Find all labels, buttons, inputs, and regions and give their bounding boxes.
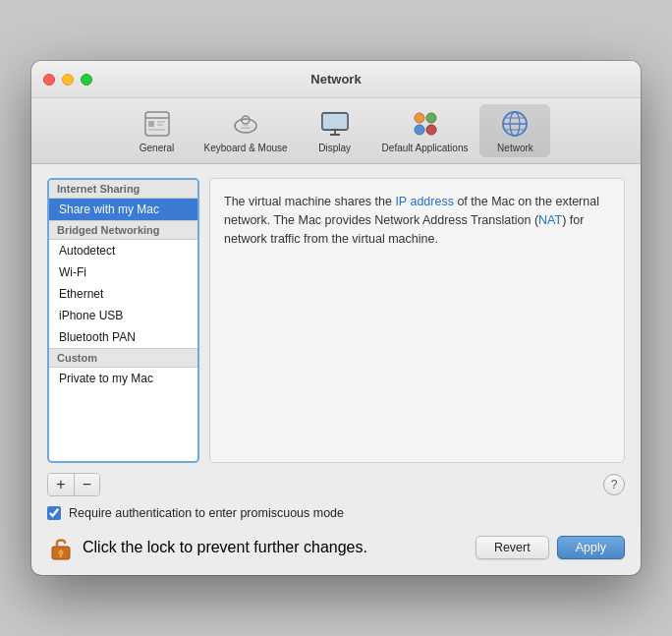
sidebar-item-wi-fi[interactable]: Wi-Fi <box>49 261 197 283</box>
section-header-internet-sharing: Internet Sharing <box>49 180 197 199</box>
promiscuous-mode-label: Require authentication to enter promiscu… <box>69 506 344 520</box>
general-icon <box>141 108 173 140</box>
toolbar-label-keyboard: Keyboard & Mouse <box>204 143 288 153</box>
svg-point-7 <box>242 116 250 124</box>
main-area: Internet Sharing Share with my Mac Bridg… <box>47 178 625 463</box>
sidebar-item-autodetect[interactable]: Autodetect <box>49 240 197 261</box>
help-button[interactable]: ? <box>603 474 625 495</box>
section-header-bridged-networking: Bridged Networking <box>49 220 197 240</box>
svg-point-6 <box>235 119 256 133</box>
keyboard-icon <box>230 108 261 140</box>
titlebar: Network <box>31 61 641 98</box>
remove-button[interactable]: − <box>74 474 99 495</box>
network-sidebar: Internet Sharing Share with my Mac Bridg… <box>47 178 199 463</box>
toolbar-item-keyboard-mouse[interactable]: Keyboard & Mouse <box>196 104 296 157</box>
display-icon <box>319 108 351 140</box>
toolbar-item-general[interactable]: General <box>122 104 193 157</box>
bottom-controls: + − ? <box>47 473 625 496</box>
window-title: Network <box>310 72 361 87</box>
toolbar-label-network: Network <box>497 143 533 153</box>
revert-button[interactable]: Revert <box>476 536 549 559</box>
applications-icon <box>410 108 441 140</box>
toolbar: General Keyboard & Mouse <box>31 98 641 164</box>
nat-highlight: NAT <box>538 213 562 227</box>
main-window: Network General <box>31 61 641 575</box>
toolbar-label-general: General <box>140 143 175 153</box>
add-button[interactable]: + <box>48 474 74 495</box>
apply-button[interactable]: Apply <box>557 536 625 559</box>
svg-rect-2 <box>148 121 154 127</box>
detail-panel: The virtual machine shares the IP addres… <box>209 178 625 463</box>
detail-text: The virtual machine shares the IP addres… <box>224 195 599 246</box>
svg-point-18 <box>426 125 436 135</box>
close-button[interactable] <box>43 74 55 86</box>
traffic-lights <box>43 74 92 86</box>
svg-point-16 <box>426 113 436 123</box>
svg-point-17 <box>415 125 424 135</box>
svg-point-25 <box>59 550 64 555</box>
toolbar-item-default-applications[interactable]: Default Applications <box>374 104 476 157</box>
section-header-custom: Custom <box>49 348 197 368</box>
sidebar-item-share-with-my-mac[interactable]: Share with my Mac <box>49 199 197 220</box>
content-area: Internet Sharing Share with my Mac Bridg… <box>31 164 641 575</box>
promiscuous-mode-checkbox[interactable] <box>47 506 61 520</box>
footer-buttons: Revert Apply <box>476 536 625 559</box>
sidebar-item-ethernet[interactable]: Ethernet <box>49 283 197 305</box>
footer-row: Click the lock to prevent further change… <box>47 534 625 561</box>
promiscuous-mode-row: Require authentication to enter promiscu… <box>47 506 625 520</box>
maximize-button[interactable] <box>81 74 92 86</box>
lock-icon-container[interactable] <box>47 534 75 561</box>
lock-label: Click the lock to prevent further change… <box>83 539 367 556</box>
network-icon <box>499 108 531 140</box>
toolbar-item-network[interactable]: Network <box>479 104 550 157</box>
add-remove-group: + − <box>47 473 100 496</box>
ip-address-highlight: IP address <box>395 195 454 208</box>
lock-area: Click the lock to prevent further change… <box>47 534 367 561</box>
sidebar-item-bluetooth-pan[interactable]: Bluetooth PAN <box>49 326 197 348</box>
lock-icon <box>49 534 73 561</box>
minimize-button[interactable] <box>62 74 74 86</box>
sidebar-item-private-to-my-mac[interactable]: Private to my Mac <box>49 368 197 389</box>
toolbar-item-display[interactable]: Display <box>300 104 370 157</box>
toolbar-label-display: Display <box>318 143 351 153</box>
sidebar-item-iphone-usb[interactable]: iPhone USB <box>49 305 197 326</box>
svg-rect-11 <box>322 113 348 130</box>
toolbar-label-default-applications: Default Applications <box>382 143 469 153</box>
svg-point-15 <box>415 113 424 123</box>
